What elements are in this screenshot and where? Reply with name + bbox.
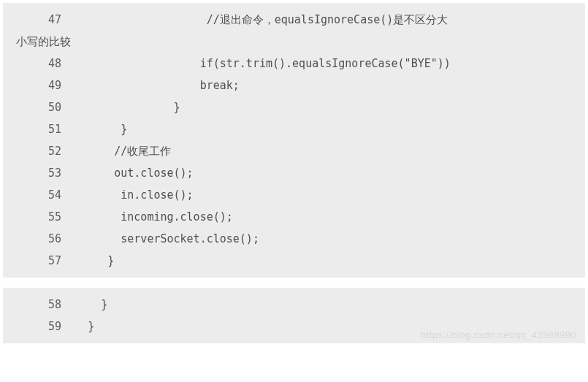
code-text: serverSocket.close(); (61, 228, 578, 250)
code-line: 55 incoming.close(); (10, 206, 578, 228)
code-text: in.close(); (61, 184, 578, 206)
line-number: 47 (10, 9, 61, 31)
line-number: 56 (10, 228, 61, 250)
code-line: 48 if(str.trim().equalsIgnoreCase("BYE")… (10, 53, 578, 75)
line-number: 55 (10, 206, 61, 228)
code-text: } (61, 294, 578, 316)
code-text: //退出命令，equalsIgnoreCase()是不区分大 (61, 9, 578, 31)
code-text: incoming.close(); (61, 206, 578, 228)
code-text: } (61, 250, 578, 272)
line-number: 58 (10, 294, 61, 316)
code-line: 57 } (10, 250, 578, 272)
code-line: 50 } (10, 96, 578, 118)
code-line-wrapped: 小写的比较 (10, 31, 578, 53)
line-number: 51 (10, 118, 61, 140)
line-number: 54 (10, 184, 61, 206)
code-line: 52 //收尾工作 (10, 140, 578, 162)
line-number: 50 (10, 96, 61, 118)
code-block-2: 58 }59 }https://blog.csdn.net/qq_4258899… (3, 288, 585, 343)
line-number: 53 (10, 162, 61, 184)
code-line: 58 } (10, 294, 578, 316)
code-text: break; (61, 75, 578, 96)
code-text: out.close(); (61, 162, 578, 184)
line-number: 52 (10, 140, 61, 162)
code-line: 51 } (10, 118, 578, 140)
code-text: //收尾工作 (61, 140, 578, 162)
line-number: 48 (10, 53, 61, 75)
code-text: } (61, 96, 578, 118)
code-line: 59 } (10, 316, 578, 337)
code-text: } (61, 316, 578, 337)
line-number: 59 (10, 316, 61, 337)
line-number: 57 (10, 250, 61, 272)
code-text: if(str.trim().equalsIgnoreCase("BYE")) (61, 53, 578, 75)
code-line: 53 out.close(); (10, 162, 578, 184)
code-line: 54 in.close(); (10, 184, 578, 206)
code-text: } (61, 118, 578, 140)
code-block-1: 47 //退出命令，equalsIgnoreCase()是不区分大小写的比较48… (3, 3, 585, 278)
code-line: 56 serverSocket.close(); (10, 228, 578, 250)
line-number: 49 (10, 75, 61, 96)
code-line: 49 break; (10, 75, 578, 96)
code-line: 47 //退出命令，equalsIgnoreCase()是不区分大 (10, 9, 578, 31)
